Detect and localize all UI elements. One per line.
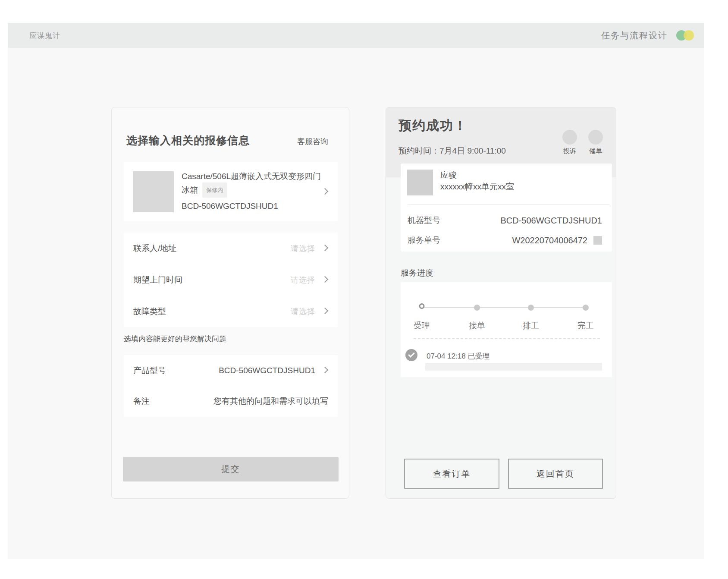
step-dot-accepted — [419, 303, 425, 309]
info-label: 机器型号 — [408, 215, 440, 226]
topbar-right-group: 任务与流程设计 — [601, 30, 694, 41]
status-detail-placeholder — [425, 363, 602, 371]
service-order-value: W20220704006472 — [512, 236, 587, 245]
urge-order-button[interactable]: 催单 — [583, 130, 609, 155]
divider — [408, 205, 609, 205]
submit-button[interactable]: 提交 — [123, 457, 339, 481]
user-address: xxxxxx幢xx单元xx室 — [440, 181, 514, 192]
step-connector-line — [422, 307, 586, 308]
step-label: 接单 — [458, 320, 496, 331]
chevron-right-icon — [322, 244, 329, 251]
dashed-divider — [414, 338, 600, 339]
product-text: Casarte/506L超薄嵌入式无双变形四门冰箱保修内 BCD-506WGCT… — [182, 170, 324, 212]
service-order-row: 服务单号 W20220704006472 — [408, 233, 602, 247]
complaint-button[interactable]: 投诉 — [557, 130, 583, 155]
success-title: 预约成功！ — [399, 117, 468, 135]
field-value: 您有其他的问题和需求可以填写 — [213, 396, 328, 407]
step-dot-taken — [474, 305, 480, 311]
progress-card: 受理 接单 排工 完工 07-04 12:18 已受理 — [401, 282, 612, 377]
toggle-dot-yellow — [684, 30, 694, 41]
product-model: BCD-506WGCTDJSHUD1 — [182, 200, 324, 212]
machine-model-value: BCD-506WGCTDJSHUD1 — [500, 216, 602, 226]
field-label: 期望上门时间 — [133, 274, 182, 286]
machine-model-row: 机器型号 BCD-506WGCTDJSHUD1 — [408, 214, 602, 227]
field-label: 联系人/地址 — [133, 243, 176, 254]
complaint-icon — [562, 130, 577, 145]
field-row-contact[interactable]: 联系人/地址 请选择 — [124, 233, 338, 264]
optional-section-hint: 选填内容能更好的帮您解决问题 — [124, 334, 226, 344]
back-home-button[interactable]: 返回首页 — [508, 459, 603, 489]
field-placeholder: 请选择 — [291, 306, 315, 317]
view-order-button[interactable]: 查看订单 — [404, 459, 499, 489]
field-row-product-model[interactable]: 产品型号 BCD-506WGCTDJSHUD1 — [124, 355, 338, 386]
step-dot-scheduled — [528, 305, 534, 311]
app-title: 应谋鬼计 — [29, 31, 60, 41]
product-row[interactable]: Casarte/506L超薄嵌入式无双变形四门冰箱保修内 BCD-506WGCT… — [124, 162, 338, 221]
step-label: 排工 — [511, 320, 550, 331]
field-row-remark[interactable]: 备注 您有其他的问题和需求可以填写 — [124, 386, 338, 417]
copy-icon[interactable] — [593, 236, 602, 245]
status-log: 07-04 12:18 已受理 — [427, 351, 490, 361]
optional-fields: 产品型号 BCD-506WGCTDJSHUD1 备注 您有其他的问题和需求可以填… — [124, 355, 338, 417]
action-label: 催单 — [583, 147, 609, 155]
field-row-fault-type[interactable]: 故障类型 请选择 — [124, 296, 338, 327]
warranty-badge: 保修内 — [202, 183, 227, 198]
design-canvas-page: 应谋鬼计 任务与流程设计 选择输入相关的报修信息 客服咨询 — [0, 0, 728, 579]
product-image-placeholder — [133, 171, 174, 212]
step-label: 完工 — [566, 320, 605, 331]
step-label: 受理 — [402, 320, 441, 331]
progress-section-title: 服务进度 — [401, 267, 433, 279]
screen-repair-form: 选择输入相关的报修信息 客服咨询 Casarte/506L超薄嵌入式无双变形四门… — [111, 107, 349, 499]
user-name: 应骏 — [440, 170, 457, 181]
avatar — [407, 170, 433, 195]
order-info-card: 应骏 xxxxxx幢xx单元xx室 机器型号 BCD-506WGCTDJSHUD… — [401, 164, 612, 252]
field-placeholder: 请选择 — [291, 243, 315, 254]
field-placeholder: 请选择 — [291, 275, 315, 285]
check-icon — [405, 349, 417, 361]
step-dot-done — [583, 305, 589, 311]
field-value: BCD-506WGCTDJSHUD1 — [219, 366, 315, 375]
urge-order-icon — [588, 130, 603, 145]
screen-booking-success: 预约成功！ 预约时间：7月4日 9:00-11:00 投诉 催单 应骏 xxxx… — [386, 107, 616, 499]
chevron-right-icon — [322, 307, 329, 314]
required-fields: 联系人/地址 请选择 期望上门时间 请选择 故障类型 请选择 — [124, 233, 338, 327]
field-label: 故障类型 — [133, 306, 166, 317]
footer-buttons: 查看订单 返回首页 — [404, 459, 603, 489]
info-label: 服务单号 — [408, 235, 440, 246]
status-toggle[interactable] — [676, 30, 694, 41]
action-label: 投诉 — [557, 147, 583, 155]
field-label: 备注 — [133, 396, 150, 407]
field-row-visit-time[interactable]: 期望上门时间 请选择 — [124, 264, 338, 296]
customer-service-link[interactable]: 客服咨询 — [297, 136, 328, 147]
booking-time: 预约时间：7月4日 9:00-11:00 — [399, 145, 506, 157]
form-header: 选择输入相关的报修信息 客服咨询 — [126, 133, 328, 148]
top-bar: 应谋鬼计 任务与流程设计 — [8, 23, 704, 48]
form-title: 选择输入相关的报修信息 — [126, 133, 250, 148]
field-label: 产品型号 — [133, 365, 166, 376]
page-title: 任务与流程设计 — [601, 30, 668, 41]
app-frame: 应谋鬼计 任务与流程设计 选择输入相关的报修信息 客服咨询 — [8, 23, 704, 559]
canvas: 选择输入相关的报修信息 客服咨询 Casarte/506L超薄嵌入式无双变形四门… — [8, 48, 704, 559]
chevron-right-icon — [322, 276, 329, 283]
chevron-right-icon — [322, 366, 329, 373]
